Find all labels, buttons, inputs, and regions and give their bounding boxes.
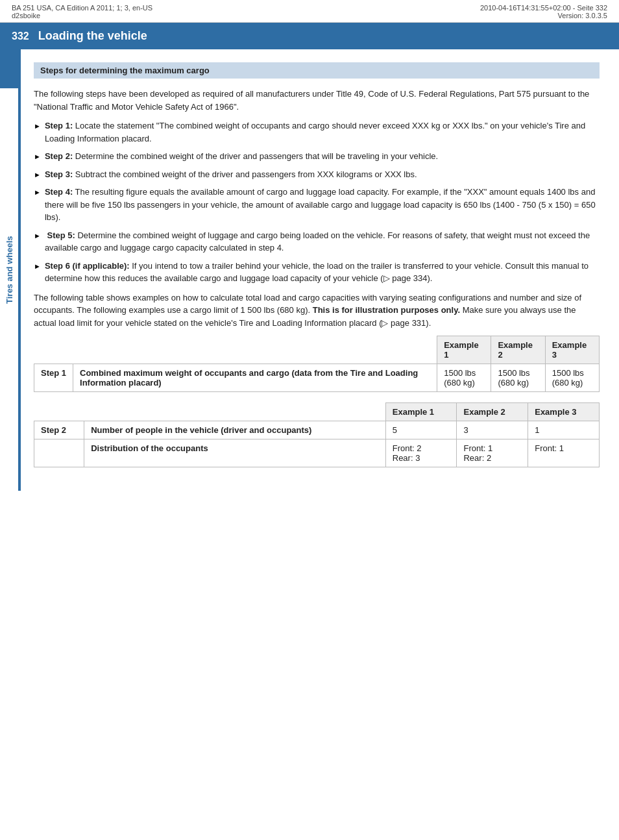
table2-empty-col1 bbox=[34, 403, 84, 421]
table1-col-ex2: Example 2 bbox=[491, 336, 545, 364]
arrow-icon-1: ► bbox=[34, 121, 41, 132]
page-number: 332 bbox=[12, 31, 29, 42]
step-2-label: Step 2: bbox=[45, 151, 73, 161]
table-intro: The following table shows examples on ho… bbox=[34, 291, 600, 330]
step-6-label: Step 6 (if applicable): bbox=[45, 261, 130, 271]
section-heading: Steps for determining the maximum cargo bbox=[34, 62, 600, 79]
step-1-text: Locate the statement "The combined weigh… bbox=[45, 121, 585, 143]
table2: Example 1 Example 2 Example 3 Step 2 Num… bbox=[34, 402, 600, 467]
table1-empty-col2 bbox=[73, 336, 437, 364]
table2-col-ex1: Example 1 bbox=[385, 403, 457, 421]
step-item-6: ► Step 6 (if applicable): If you intend … bbox=[34, 260, 600, 285]
table2-row2-ex2: Front: 1 Rear: 2 bbox=[457, 439, 528, 467]
arrow-icon-3: ► bbox=[34, 169, 41, 180]
arrow-icon-2: ► bbox=[34, 151, 41, 162]
table1-row1-ex2: 1500 lbs (680 kg) bbox=[491, 364, 545, 392]
step-5-label: Step 5: bbox=[47, 230, 75, 240]
step-5-text: Determine the combined weight of luggage… bbox=[45, 230, 590, 253]
side-tab: Tires and wheels bbox=[0, 49, 21, 491]
arrow-icon-5: ► bbox=[34, 230, 41, 241]
step-3-label: Step 3: bbox=[45, 169, 73, 179]
page-header: 332 Loading the vehicle bbox=[0, 23, 619, 49]
table2-wrap: Example 1 Example 2 Example 3 Step 2 Num… bbox=[34, 402, 600, 467]
table-intro-bold: This is for illustration purposes only. bbox=[313, 305, 460, 315]
table2-row2-ex1: Front: 2 Rear: 3 bbox=[385, 439, 457, 467]
table2-row1-ex2: 3 bbox=[457, 421, 528, 439]
step-4-text: The resulting figure equals the availabl… bbox=[45, 187, 596, 222]
table1-wrap: Example 1 Example 2 Example 3 Step 1 Com… bbox=[34, 336, 600, 392]
table2-row2: Distribution of the occupants Front: 2 R… bbox=[34, 439, 600, 467]
steps-list: ► Step 1: Locate the statement "The comb… bbox=[34, 119, 600, 285]
step-2-text: Determine the combined weight of the dri… bbox=[73, 151, 438, 161]
arrow-icon-4: ► bbox=[34, 187, 41, 198]
table2-row2-ex3: Front: 1 bbox=[528, 439, 600, 467]
table1-row1-ex1: 1500 lbs (680 kg) bbox=[437, 364, 491, 392]
table2-step-label: Step 2 bbox=[34, 421, 84, 439]
table1-step-label: Step 1 bbox=[34, 364, 73, 392]
step-1-label: Step 1: bbox=[45, 121, 73, 130]
table2-row2-step bbox=[34, 439, 84, 467]
table1-row1-desc: Combined maximum weight of occupants and… bbox=[73, 364, 437, 392]
table1-col-ex3: Example 3 bbox=[545, 336, 599, 364]
table2-row1-desc: Number of people in the vehicle (driver … bbox=[84, 421, 386, 439]
step-item-5: ► Step 5: Determine the combined weight … bbox=[34, 229, 600, 254]
page-title: Loading the vehicle bbox=[38, 29, 147, 43]
table2-col-ex2: Example 2 bbox=[457, 403, 528, 421]
table2-row1-ex1: 5 bbox=[385, 421, 457, 439]
step-item-4: ► Step 4: The resulting figure equals th… bbox=[34, 186, 600, 224]
intro-paragraph: The following steps have been developed … bbox=[34, 88, 600, 113]
table2-col-ex3: Example 3 bbox=[528, 403, 600, 421]
step-3-text: Subtract the combined weight of the driv… bbox=[73, 169, 417, 179]
table1-row1-ex3: 1500 lbs (680 kg) bbox=[545, 364, 599, 392]
table1-empty-col1 bbox=[34, 336, 73, 364]
arrow-icon-6: ► bbox=[34, 261, 41, 272]
meta-left: BA 251 USA, CA Edition A 2011; 1; 3, en-… bbox=[12, 4, 152, 19]
side-tab-blue-rect bbox=[0, 49, 18, 88]
step-4-label: Step 4: bbox=[45, 187, 73, 197]
meta-bar: BA 251 USA, CA Edition A 2011; 1; 3, en-… bbox=[0, 0, 619, 23]
table1: Example 1 Example 2 Example 3 Step 1 Com… bbox=[34, 336, 600, 392]
step-item-1: ► Step 1: Locate the statement "The comb… bbox=[34, 119, 600, 145]
main-content: Tires and wheels Steps for determining t… bbox=[0, 49, 619, 491]
table1-row1: Step 1 Combined maximum weight of occupa… bbox=[34, 364, 600, 392]
table2-row1-ex3: 1 bbox=[528, 421, 600, 439]
table2-row2-desc: Distribution of the occupants bbox=[84, 439, 386, 467]
table2-row1: Step 2 Number of people in the vehicle (… bbox=[34, 421, 600, 439]
table1-col-ex1: Example 1 bbox=[437, 336, 491, 364]
step-item-2: ► Step 2: Determine the combined weight … bbox=[34, 150, 600, 163]
meta-right: 2010-04-16T14:31:55+02:00 - Seite 332 Ve… bbox=[480, 4, 607, 19]
step-item-3: ► Step 3: Subtract the combined weight o… bbox=[34, 168, 600, 181]
table2-empty-col2 bbox=[84, 403, 386, 421]
content-area: Steps for determining the maximum cargo … bbox=[21, 49, 619, 491]
